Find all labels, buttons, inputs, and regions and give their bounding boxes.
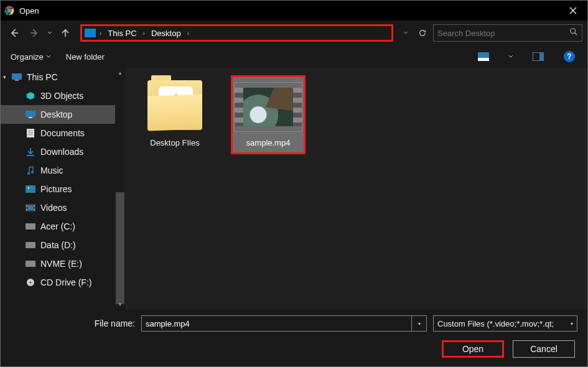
filetype-filter-label: Custom Files (*.video;*.mov;*.qt; xyxy=(437,319,554,328)
tree-item-cddrive[interactable]: CD Drive (F:) xyxy=(1,273,125,292)
svg-rect-9 xyxy=(26,111,35,117)
filename-history-dropdown[interactable]: ▾ xyxy=(412,315,427,332)
cd-icon xyxy=(26,277,35,287)
sidebar-scrollbar[interactable]: ▲ ▼ xyxy=(115,68,125,309)
chevron-right-icon: › xyxy=(98,30,103,37)
downloads-icon xyxy=(26,147,35,157)
chevron-down-icon: ▾ xyxy=(418,321,421,327)
folder-item[interactable]: Desktop FIles xyxy=(138,75,212,147)
search-input[interactable] xyxy=(437,29,569,38)
view-dropdown[interactable] xyxy=(506,49,515,65)
chevron-right-icon: › xyxy=(142,30,146,37)
svg-point-16 xyxy=(27,172,30,175)
tree-root-thispc[interactable]: ▾ This PC xyxy=(1,68,125,86)
search-icon[interactable] xyxy=(569,27,578,39)
desktop-icon xyxy=(26,109,35,119)
svg-rect-7 xyxy=(12,73,22,80)
svg-rect-6 xyxy=(539,52,544,61)
breadcrumb-root[interactable]: This PC xyxy=(105,29,139,38)
svg-point-33 xyxy=(30,282,32,284)
tree-item-label: NVME (E:) xyxy=(40,259,82,269)
music-icon xyxy=(26,165,35,175)
svg-point-31 xyxy=(33,263,34,264)
cancel-button-label: Cancel xyxy=(530,344,558,354)
video-item-selected[interactable]: sample.mp4 xyxy=(231,75,306,154)
tree-item-desktop[interactable]: Desktop xyxy=(1,105,125,124)
navbar: › This PC › Desktop › xyxy=(1,21,587,45)
address-bar[interactable]: › This PC › Desktop › xyxy=(80,24,393,42)
pictures-icon xyxy=(26,184,35,194)
cancel-button[interactable]: Cancel xyxy=(513,340,575,358)
forward-button[interactable] xyxy=(26,24,43,42)
tree-item-3dobjects[interactable]: 3D Objects xyxy=(1,86,125,105)
svg-rect-25 xyxy=(28,205,33,210)
titlebar: Open xyxy=(1,1,587,21)
tree-item-label: CD Drive (F:) xyxy=(40,277,91,287)
new-folder-button[interactable]: New folder xyxy=(66,52,105,62)
organize-label: Organize xyxy=(11,52,44,62)
scroll-thumb[interactable] xyxy=(116,192,124,304)
3dobjects-icon xyxy=(26,91,35,101)
scroll-up-icon[interactable]: ▲ xyxy=(115,68,125,78)
open-button[interactable]: Open xyxy=(442,340,504,358)
svg-rect-23 xyxy=(34,205,35,207)
tree-item-drive-e[interactable]: NVME (E:) xyxy=(1,254,125,273)
preview-pane-button[interactable] xyxy=(530,49,546,65)
chevron-down-icon xyxy=(47,30,52,35)
open-dialog: Open › This PC › Desktop › Organize xyxy=(0,0,588,367)
chevron-down-icon xyxy=(403,30,408,35)
arrow-right-icon xyxy=(29,28,39,38)
toolbar: Organize New folder ? xyxy=(1,45,587,68)
filetype-filter-dropdown[interactable]: Custom Files (*.video;*.mov;*.qt; ▾ xyxy=(433,315,577,332)
tree-item-drive-d[interactable]: Data (D:) xyxy=(1,236,125,254)
svg-rect-8 xyxy=(15,80,19,81)
pc-icon xyxy=(85,29,96,37)
videos-icon xyxy=(26,203,35,213)
drive-icon xyxy=(26,259,35,269)
close-button[interactable] xyxy=(559,1,587,21)
documents-icon xyxy=(26,128,35,138)
tree-item-downloads[interactable]: Downloads xyxy=(1,142,125,161)
svg-rect-15 xyxy=(27,155,34,156)
open-button-label: Open xyxy=(462,344,483,354)
up-button[interactable] xyxy=(57,24,74,42)
sidebar: ▾ This PC 3D Objects Desktop Documents xyxy=(1,68,125,309)
address-dropdown[interactable] xyxy=(399,29,431,37)
refresh-icon[interactable] xyxy=(418,29,427,37)
tree-item-documents[interactable]: Documents xyxy=(1,124,125,142)
tree-item-label: Desktop xyxy=(40,109,72,119)
pc-icon xyxy=(12,72,22,82)
tree-root-label: This PC xyxy=(27,72,58,82)
expand-icon[interactable]: ▾ xyxy=(3,74,6,80)
organize-menu[interactable]: Organize xyxy=(11,52,51,62)
recent-dropdown[interactable] xyxy=(45,24,54,42)
tree-item-label: Acer (C:) xyxy=(40,221,75,231)
drive-icon xyxy=(26,221,35,231)
tree-item-pictures[interactable]: Pictures xyxy=(1,180,125,198)
dialog-body: ▾ This PC 3D Objects Desktop Documents xyxy=(1,68,587,309)
filename-label: File name: xyxy=(11,318,141,328)
svg-point-2 xyxy=(571,29,576,34)
file-list[interactable]: Desktop FIles sample.mp4 xyxy=(125,68,587,309)
filename-input[interactable] xyxy=(141,315,412,332)
svg-rect-22 xyxy=(26,209,27,210)
svg-point-19 xyxy=(28,187,30,189)
drive-icon xyxy=(26,240,35,250)
tree-item-label: Data (D:) xyxy=(40,240,76,250)
button-row: Open Cancel xyxy=(11,340,577,358)
tree-item-music[interactable]: Music xyxy=(1,161,125,180)
video-thumbnail xyxy=(234,80,302,134)
help-button[interactable]: ? xyxy=(561,49,577,65)
svg-point-29 xyxy=(33,244,34,246)
picture-icon xyxy=(478,52,489,61)
tree-item-label: Downloads xyxy=(40,147,83,157)
back-button[interactable] xyxy=(6,24,23,42)
scroll-down-icon[interactable]: ▼ xyxy=(115,299,125,309)
tree-item-drive-c[interactable]: Acer (C:) xyxy=(1,217,125,236)
svg-rect-21 xyxy=(26,205,27,207)
tree-item-videos[interactable]: Videos xyxy=(1,198,125,217)
search-box[interactable] xyxy=(433,24,582,42)
breadcrumb-folder[interactable]: Desktop xyxy=(149,29,184,38)
svg-point-17 xyxy=(31,171,34,174)
view-mode-button[interactable] xyxy=(475,49,492,65)
